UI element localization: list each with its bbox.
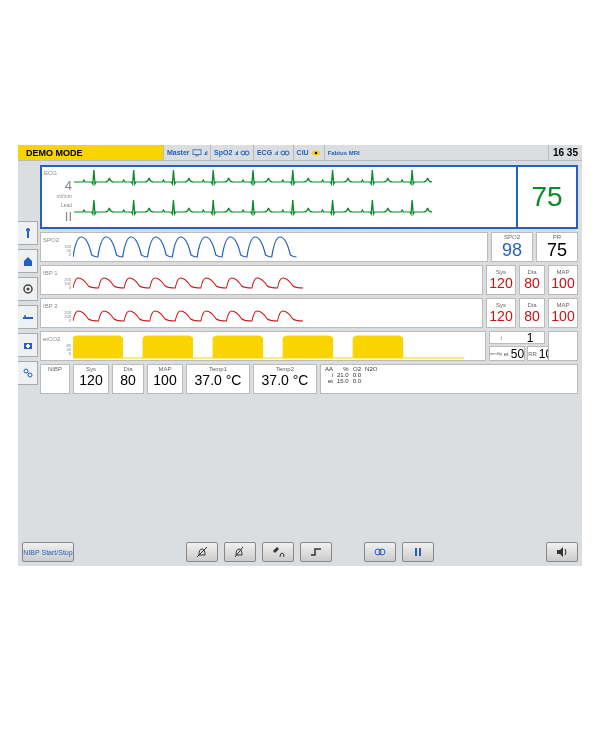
speaker-icon bbox=[555, 545, 569, 559]
eye-icon bbox=[311, 149, 321, 157]
svg-point-22 bbox=[379, 549, 385, 555]
ibp2-panel: IBP 2 200 100 0 bbox=[40, 298, 483, 328]
gas-table: AA%O2N2O i21.00.0 et15.00.0 bbox=[320, 364, 578, 394]
tab-ecg[interactable]: ECG .ıI bbox=[253, 145, 293, 160]
step-icon bbox=[309, 545, 323, 559]
home-icon bbox=[22, 255, 34, 267]
sidebar-bed[interactable] bbox=[18, 305, 38, 329]
nibp-sys: Sys120 bbox=[73, 364, 109, 394]
patient-icon bbox=[22, 227, 34, 239]
signal-icon: .ıI bbox=[204, 150, 208, 156]
svg-rect-23 bbox=[415, 548, 417, 556]
main-area: ECG 4mV/cm LeadII 75 bbox=[38, 161, 582, 538]
tab-fabius[interactable]: Fabius MRI bbox=[324, 145, 363, 160]
ibp1-waveform bbox=[73, 266, 482, 294]
etco2-spare bbox=[548, 331, 578, 361]
nibp-start-stop-button[interactable]: NIBP Start/Stop bbox=[22, 542, 74, 562]
sidebar-case[interactable] bbox=[18, 333, 38, 357]
case-icon bbox=[22, 339, 34, 351]
etco2-panel: etCO2 80 40 0 bbox=[40, 331, 486, 361]
tab-spo2[interactable]: SpO2 .ıI bbox=[210, 145, 253, 160]
ibp1-sys: Sys120 bbox=[486, 265, 516, 295]
sidebar-patient[interactable] bbox=[18, 221, 38, 245]
ibp2-dia: Dia80 bbox=[519, 298, 545, 328]
demo-mode-badge: DEMO MODE bbox=[18, 145, 163, 160]
hr-value-box: 75 bbox=[516, 167, 576, 227]
ibp1-dia: Dia80 bbox=[519, 265, 545, 295]
svg-point-2 bbox=[241, 151, 245, 155]
svg-point-4 bbox=[281, 151, 285, 155]
temp1: Temp137.0 °C bbox=[186, 364, 250, 394]
temp2: Temp237.0 °C bbox=[253, 364, 317, 394]
svg-rect-9 bbox=[27, 232, 29, 238]
source-tabs: Master .ıI SpO2 .ıI ECG .ıI CIU Fabius M… bbox=[163, 145, 548, 160]
device-icon bbox=[22, 367, 34, 379]
spo2-box: SPO298 bbox=[491, 232, 533, 262]
tab-master[interactable]: Master .ıI bbox=[163, 145, 210, 160]
svg-point-7 bbox=[314, 151, 317, 154]
bed-icon bbox=[22, 311, 34, 323]
svg-rect-16 bbox=[26, 345, 30, 347]
spo2-panel: SPO2 100 50 0 bbox=[40, 232, 488, 262]
ibp2-map: MAP100 bbox=[548, 298, 578, 328]
link-icon bbox=[240, 149, 250, 157]
svg-point-3 bbox=[245, 151, 249, 155]
etco2-insp: i1 bbox=[489, 331, 545, 344]
sidebar bbox=[18, 161, 38, 538]
svg-rect-24 bbox=[419, 548, 421, 556]
svg-rect-1 bbox=[195, 155, 198, 156]
gear-icon bbox=[22, 283, 34, 295]
svg-point-13 bbox=[24, 315, 26, 317]
clock: 16 35 bbox=[548, 145, 582, 160]
ibp2-sys: Sys120 bbox=[486, 298, 516, 328]
bell-pause-icon bbox=[233, 545, 247, 559]
ibp1-map: MAP100 bbox=[548, 265, 578, 295]
sound-button[interactable] bbox=[546, 542, 578, 562]
sidebar-settings[interactable] bbox=[18, 277, 38, 301]
svg-point-8 bbox=[26, 228, 30, 232]
wrench-bell-icon bbox=[271, 545, 285, 559]
pause-icon bbox=[411, 545, 425, 559]
hr-value: 75 bbox=[531, 181, 562, 213]
etco2-et: mmHget50 bbox=[489, 346, 525, 361]
svg-point-11 bbox=[26, 288, 29, 291]
ecg-panel: ECG 4mV/cm LeadII 75 bbox=[40, 165, 578, 229]
ecg-waveform bbox=[74, 167, 516, 227]
monitor-screen: DEMO MODE Master .ıI SpO2 .ıI ECG .ıI CI… bbox=[18, 145, 582, 566]
trend-button[interactable] bbox=[364, 542, 396, 562]
svg-rect-0 bbox=[193, 149, 201, 154]
pr-box: PR75 bbox=[536, 232, 578, 262]
signal-icon: .ıI bbox=[274, 150, 278, 156]
ibp1-panel: IBP 1 200 100 0 bbox=[40, 265, 483, 295]
monitor-icon bbox=[192, 149, 202, 157]
nibp-dia: Dia80 bbox=[112, 364, 144, 394]
spo2-waveform bbox=[73, 233, 487, 261]
link-icon bbox=[280, 149, 290, 157]
etco2-waveform bbox=[73, 332, 485, 360]
tab-ciu[interactable]: CIU bbox=[293, 145, 324, 160]
bottom-toolbar: NIBP Start/Stop bbox=[18, 538, 582, 566]
pause-button[interactable] bbox=[402, 542, 434, 562]
numeric-strip: NIBP Sys120 Dia80 MAP100 Temp137.0 °C Te… bbox=[40, 364, 578, 394]
chart-icon bbox=[373, 545, 387, 559]
alarm-settings-button[interactable] bbox=[262, 542, 294, 562]
bell-off-icon bbox=[195, 545, 209, 559]
sidebar-home[interactable] bbox=[18, 249, 38, 273]
ibp2-waveform bbox=[73, 299, 482, 327]
svg-point-5 bbox=[285, 151, 289, 155]
top-bar: DEMO MODE Master .ıI SpO2 .ıI ECG .ıI CI… bbox=[18, 145, 582, 161]
svg-rect-12 bbox=[23, 317, 33, 319]
alarm-silence-button[interactable] bbox=[186, 542, 218, 562]
nibp-map: MAP100 bbox=[147, 364, 183, 394]
signal-icon: .ıI bbox=[234, 150, 238, 156]
freeze-button[interactable] bbox=[300, 542, 332, 562]
alarm-suspend-button[interactable] bbox=[224, 542, 256, 562]
sidebar-device[interactable] bbox=[18, 361, 38, 385]
